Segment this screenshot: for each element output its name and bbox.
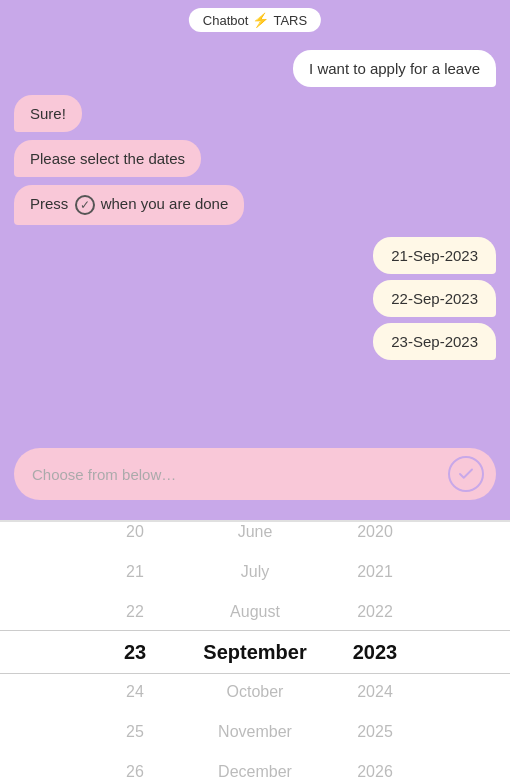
picker-year-2023[interactable]: 2023 <box>335 632 415 672</box>
picker-month-november[interactable]: November <box>175 712 335 752</box>
picker-columns: 20 21 22 23 24 25 26 June July August Se… <box>95 522 415 782</box>
input-placeholder: Choose from below… <box>32 466 448 483</box>
date-tag-3: 23-Sep-2023 <box>373 323 496 360</box>
date-tags: 21-Sep-2023 22-Sep-2023 23-Sep-2023 <box>373 237 496 360</box>
picker-year-2020[interactable]: 2020 <box>335 522 415 552</box>
picker-year-2024[interactable]: 2024 <box>335 672 415 712</box>
picker-day-23[interactable]: 23 <box>95 632 175 672</box>
picker-scroll[interactable]: 20 21 22 23 24 25 26 June July August Se… <box>0 522 510 782</box>
picker-month-june[interactable]: June <box>175 522 335 552</box>
picker-month-september[interactable]: September <box>175 632 335 672</box>
check-circle-icon: ✓ <box>75 195 95 215</box>
picker-month-december[interactable]: December <box>175 752 335 782</box>
bot-label: Chatbot <box>203 13 249 28</box>
confirm-button[interactable] <box>448 456 484 492</box>
user-message: I want to apply for a leave <box>293 50 496 87</box>
picker-day-26[interactable]: 26 <box>95 752 175 782</box>
picker-year-2021[interactable]: 2021 <box>335 552 415 592</box>
bot-message-press: Press ✓ when you are done <box>14 185 244 225</box>
picker-day-24[interactable]: 24 <box>95 672 175 712</box>
picker-year-column[interactable]: 2020 2021 2022 2023 2024 2025 2026 <box>335 522 415 782</box>
tars-label: TARS <box>273 13 307 28</box>
bot-header: Chatbot ⚡ TARS <box>189 8 321 32</box>
lightning-icon: ⚡ <box>252 12 269 28</box>
picker-day-25[interactable]: 25 <box>95 712 175 752</box>
picker-year-2025[interactable]: 2025 <box>335 712 415 752</box>
picker-day-20[interactable]: 20 <box>95 522 175 552</box>
picker-month-column[interactable]: June July August September October Novem… <box>175 522 335 782</box>
picker-day-column[interactable]: 20 21 22 23 24 25 26 <box>95 522 175 782</box>
chat-area: Chatbot ⚡ TARS I want to apply for a lea… <box>0 0 510 520</box>
picker-area[interactable]: 20 21 22 23 24 25 26 June July August Se… <box>0 520 510 782</box>
picker-year-2022[interactable]: 2022 <box>335 592 415 632</box>
date-tag-1: 21-Sep-2023 <box>373 237 496 274</box>
date-tag-2: 22-Sep-2023 <box>373 280 496 317</box>
picker-month-august[interactable]: August <box>175 592 335 632</box>
input-bar[interactable]: Choose from below… <box>14 448 496 500</box>
picker-day-21[interactable]: 21 <box>95 552 175 592</box>
bot-message-sure: Sure! <box>14 95 82 132</box>
picker-year-2026[interactable]: 2026 <box>335 752 415 782</box>
bot-message-select: Please select the dates <box>14 140 201 177</box>
picker-month-october[interactable]: October <box>175 672 335 712</box>
picker-month-july[interactable]: July <box>175 552 335 592</box>
picker-day-22[interactable]: 22 <box>95 592 175 632</box>
